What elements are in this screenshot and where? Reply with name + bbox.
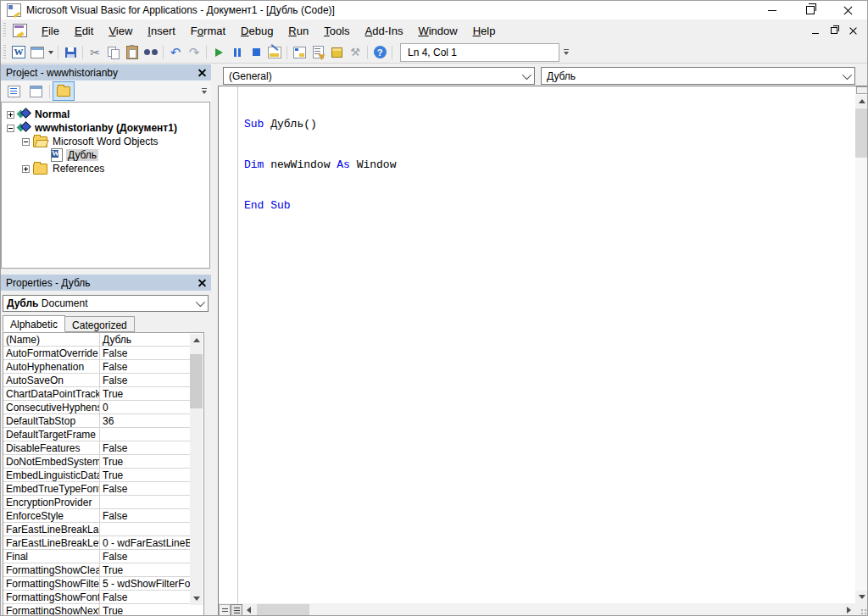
project-explorer-button[interactable] bbox=[290, 43, 309, 62]
paste-button[interactable] bbox=[123, 43, 142, 62]
tree-item-module[interactable]: Дубль bbox=[2, 148, 209, 162]
split-handle[interactable] bbox=[856, 86, 868, 94]
restore-button[interactable] bbox=[791, 1, 829, 19]
menu-item[interactable]: Insert bbox=[140, 21, 183, 41]
property-row[interactable]: FormattingShowClear True bbox=[3, 563, 190, 577]
scrollbar-thumb[interactable] bbox=[855, 108, 868, 158]
property-row[interactable]: (Name) Дубль bbox=[3, 333, 190, 347]
code-editor[interactable]: Sub Дубль() Dim newWindow As Window End … bbox=[218, 86, 868, 616]
expand-icon[interactable] bbox=[7, 111, 14, 119]
property-value[interactable]: False bbox=[100, 360, 190, 373]
code-line-1[interactable]: Sub Дубль() bbox=[244, 118, 396, 131]
insert-object-dropdown[interactable] bbox=[47, 43, 55, 62]
property-value[interactable]: True bbox=[100, 455, 190, 468]
copy-button[interactable] bbox=[104, 43, 123, 62]
properties-scrollbar[interactable] bbox=[190, 334, 203, 605]
tree-item-label[interactable]: References bbox=[51, 163, 106, 175]
find-button[interactable] bbox=[142, 43, 160, 62]
menu-item[interactable]: Edit bbox=[67, 21, 101, 41]
minimize-button[interactable] bbox=[753, 1, 791, 19]
expand-icon[interactable] bbox=[22, 165, 30, 173]
property-row[interactable]: FormattingShowFont False bbox=[3, 591, 190, 604]
tree-item-label[interactable]: Normal bbox=[33, 108, 71, 120]
scroll-up-button[interactable] bbox=[190, 334, 203, 347]
view-code-button[interactable] bbox=[3, 81, 25, 101]
tab-categorized[interactable]: Categorized bbox=[64, 316, 135, 332]
child-restore-button[interactable] bbox=[825, 23, 843, 38]
toolbar-grip[interactable] bbox=[3, 45, 6, 60]
cut-button[interactable]: ✂ bbox=[86, 43, 104, 62]
property-value[interactable]: False bbox=[100, 550, 190, 563]
property-row[interactable]: AutoSaveOn False bbox=[3, 374, 190, 387]
tree-item-project[interactable]: wwwhistorianby (Документ1) bbox=[2, 121, 209, 135]
scroll-down-button[interactable] bbox=[190, 592, 203, 605]
property-row[interactable]: FarEastLineBreakLanguage bbox=[3, 523, 190, 536]
break-button[interactable] bbox=[228, 43, 247, 62]
property-value[interactable]: 36 bbox=[100, 414, 190, 427]
menu-item[interactable]: Window bbox=[410, 21, 465, 41]
view-microsoft-word-button[interactable]: W bbox=[9, 43, 28, 62]
properties-window-button[interactable] bbox=[309, 43, 327, 62]
run-sub-button[interactable] bbox=[209, 43, 228, 62]
code-horizontal-scrollbar[interactable] bbox=[219, 603, 855, 616]
collapse-icon[interactable] bbox=[7, 125, 14, 132]
menu-item[interactable]: Format bbox=[183, 21, 233, 41]
code-vertical-scrollbar[interactable] bbox=[855, 86, 868, 603]
undo-button[interactable]: ↶ bbox=[166, 43, 185, 62]
property-value[interactable]: False bbox=[100, 509, 190, 522]
scrollbar-thumb[interactable] bbox=[257, 604, 309, 616]
property-row[interactable]: DoNotEmbedSystemFonts True bbox=[3, 455, 190, 469]
menubar-grip[interactable] bbox=[3, 23, 6, 38]
property-row[interactable]: FarEastLineBreakLevel 0 - wdFarEastLineB… bbox=[3, 536, 190, 550]
property-row[interactable]: DisableFeatures False bbox=[3, 441, 190, 455]
property-row[interactable]: EncryptionProvider bbox=[3, 496, 190, 509]
property-value[interactable]: Дубль bbox=[100, 333, 190, 346]
scroll-down-button[interactable] bbox=[855, 591, 868, 603]
properties-panel-close-button[interactable] bbox=[195, 276, 209, 289]
property-value[interactable] bbox=[100, 496, 190, 508]
object-dropdown[interactable]: (General) bbox=[223, 67, 535, 85]
reset-button[interactable] bbox=[247, 43, 265, 62]
property-value[interactable]: 5 - wdShowFilterForm bbox=[100, 577, 190, 590]
menu-item[interactable]: Tools bbox=[316, 21, 357, 41]
property-row[interactable]: DefaultTabStop 36 bbox=[3, 414, 190, 428]
tree-item-word-objects[interactable]: Microsoft Word Objects bbox=[2, 135, 209, 148]
toolbox-button[interactable]: ⚒ bbox=[346, 43, 364, 62]
child-close-button[interactable] bbox=[843, 23, 862, 38]
property-row[interactable]: FormattingShowNextLevel True bbox=[3, 604, 190, 616]
design-mode-button[interactable] bbox=[265, 43, 284, 62]
object-browser-button[interactable] bbox=[327, 43, 346, 62]
scroll-up-button[interactable] bbox=[855, 95, 868, 108]
property-value[interactable]: True bbox=[100, 563, 190, 576]
property-value[interactable]: True bbox=[100, 469, 190, 481]
tree-item-references[interactable]: References bbox=[2, 162, 209, 175]
scroll-right-button[interactable] bbox=[843, 604, 855, 616]
code-line-2[interactable]: Dim newWindow As Window bbox=[244, 158, 396, 172]
menu-item[interactable]: Run bbox=[281, 21, 316, 41]
menu-item[interactable]: Debug bbox=[233, 21, 281, 41]
property-value[interactable]: 0 bbox=[100, 401, 190, 413]
tree-item-label-selected[interactable]: Дубль bbox=[66, 149, 98, 161]
toggle-folders-button[interactable] bbox=[53, 81, 75, 101]
project-panel-titlebar[interactable]: Project - wwwhistorianby bbox=[1, 64, 211, 80]
property-value[interactable] bbox=[100, 428, 190, 441]
property-value[interactable]: True bbox=[100, 604, 190, 616]
tree-item-label[interactable]: wwwhistorianby (Документ1) bbox=[33, 122, 179, 134]
collapse-icon[interactable] bbox=[22, 138, 30, 146]
property-row[interactable]: EnforceStyle False bbox=[3, 509, 190, 523]
toolbar-options-button[interactable] bbox=[561, 44, 571, 61]
view-object-button[interactable] bbox=[25, 81, 47, 101]
close-button[interactable] bbox=[829, 1, 867, 19]
project-toolbar-options-button[interactable] bbox=[199, 83, 209, 100]
property-row[interactable]: AutoFormatOverride False bbox=[3, 347, 190, 360]
project-panel-close-button[interactable] bbox=[195, 66, 209, 79]
property-value[interactable] bbox=[100, 523, 190, 536]
full-module-view-button[interactable] bbox=[231, 604, 242, 616]
scroll-left-button[interactable] bbox=[242, 604, 255, 616]
scrollbar-thumb[interactable] bbox=[190, 354, 203, 408]
code-text[interactable]: Sub Дубль() Dim newWindow As Window End … bbox=[244, 91, 396, 240]
code-window-icon[interactable] bbox=[13, 24, 27, 37]
property-value[interactable]: True bbox=[100, 387, 190, 400]
property-row[interactable]: EmbedTrueTypeFonts False bbox=[3, 482, 190, 496]
menu-item[interactable]: View bbox=[101, 21, 140, 41]
